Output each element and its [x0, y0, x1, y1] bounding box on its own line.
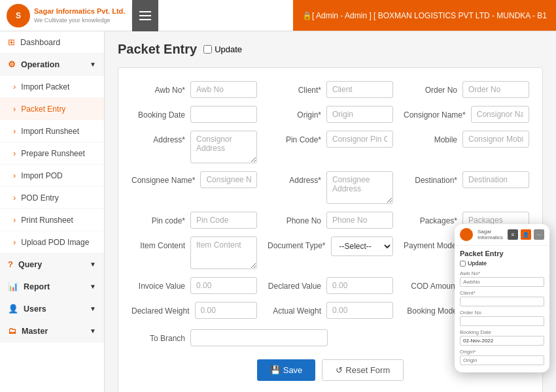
sidebar-label: Dashboard — [20, 38, 60, 47]
sidebar-item-query[interactable]: ? Query ▼ — [0, 253, 104, 276]
consignee-name-group: Consignee Name* — [131, 171, 257, 204]
mobile-update-checkbox[interactable]: Update — [460, 260, 544, 267]
origin-label: Origin* — [268, 106, 326, 120]
declared-weight-group: Declared Weight — [131, 302, 257, 321]
arrow-icon: › — [13, 104, 16, 114]
client-label: Client* — [268, 81, 326, 95]
hamburger-button[interactable] — [132, 0, 158, 31]
document-type-select[interactable]: --Select-- Document Non-Document — [331, 237, 394, 256]
update-label: Update — [215, 44, 242, 54]
sidebar-label: Report — [24, 282, 50, 291]
client-group: Client* — [268, 81, 393, 98]
packages-label: Packages* — [404, 212, 462, 225]
mobile-group: Mobile — [404, 131, 529, 163]
sidebar-item-upload-pod-image[interactable]: › Upload POD Image — [0, 231, 104, 253]
mobile-label: Mobile — [404, 131, 462, 144]
sidebar-item-dashboard[interactable]: ⊞ Dashboard — [0, 31, 104, 54]
declared-value-label: Declared Value — [268, 277, 326, 291]
arrow-icon: › — [13, 171, 16, 180]
reset-button[interactable]: ↺ Reset Form — [322, 359, 404, 381]
invoice-value-input[interactable] — [190, 277, 257, 294]
sidebar-item-users[interactable]: 👤 Users ▼ — [0, 298, 104, 320]
sidebar-item-print-runsheet[interactable]: › Print Runsheet — [0, 209, 104, 231]
sidebar-item-report[interactable]: 📊 Report ▼ — [0, 276, 104, 298]
pin-code-input[interactable] — [326, 131, 393, 148]
mobile-awb-input[interactable] — [460, 277, 544, 287]
mobile-more-icon[interactable]: ⋯ — [534, 229, 544, 240]
mobile-update-input[interactable] — [460, 261, 466, 267]
to-branch-label: To Branch — [131, 329, 190, 343]
logo-area: S Sagar Informatics Pvt. Ltd. We Cultiva… — [0, 4, 132, 27]
sidebar-label: Prepare Runsheet — [21, 149, 84, 158]
to-branch-input[interactable]: BOXMAN LOGISTICS P — [190, 329, 328, 346]
order-no-input[interactable] — [462, 81, 529, 98]
sidebar-item-master[interactable]: 🗂 Master ▼ — [0, 320, 104, 342]
sidebar-item-import-runsheet[interactable]: › Import Runsheet — [0, 120, 104, 142]
mobile-input[interactable] — [462, 131, 529, 148]
consignor-name-input[interactable] — [471, 106, 529, 123]
consignee-name-input[interactable] — [200, 171, 257, 188]
phone-no-label: Phone No — [268, 212, 326, 225]
sidebar-label: Import Packet — [21, 82, 69, 91]
form-row-4: Consignee Name* Address* Destination* — [131, 171, 529, 204]
sidebar-item-packet-entry[interactable]: › Packet Entry — [0, 98, 104, 120]
mobile-origin-input[interactable] — [460, 355, 544, 365]
order-no-group: Order No — [404, 81, 529, 98]
mobile-booking-input[interactable] — [460, 336, 544, 346]
arrow-icon: › — [13, 148, 16, 158]
update-checkbox-input[interactable] — [203, 45, 212, 54]
sidebar-label: Import Runsheet — [21, 127, 79, 136]
consignor-name-group: Consignor Name* — [404, 106, 529, 123]
sidebar-label: Query — [18, 260, 42, 269]
sidebar-item-pod-entry[interactable]: › POD Entry — [0, 187, 104, 209]
master-icon: 🗂 — [8, 326, 16, 336]
phone-no-input[interactable] — [326, 212, 393, 229]
destination-label: Destination* — [404, 171, 462, 185]
address-input[interactable] — [190, 131, 257, 163]
actual-weight-label: Actual Weight — [268, 302, 326, 316]
declared-value-input[interactable] — [326, 277, 393, 294]
arrow-icon: › — [13, 215, 16, 225]
mobile-origin-label: Origin* — [460, 349, 544, 355]
origin-group: Origin* — [268, 106, 393, 123]
awb-no-input[interactable] — [190, 81, 257, 98]
address-label: Address* — [131, 131, 190, 144]
sidebar-label: POD Entry — [21, 193, 58, 203]
actual-weight-input[interactable] — [326, 302, 393, 319]
consignee-name-label: Consignee Name* — [131, 171, 200, 185]
mobile-logo-text: Sagar Informatics — [478, 229, 505, 240]
client-input[interactable] — [326, 81, 393, 98]
mobile-awb-field: Awb No* — [460, 270, 544, 287]
page-header: Packet Entry Update — [118, 42, 543, 57]
sidebar-item-import-pod[interactable]: › Import POD — [0, 165, 104, 187]
mobile-menu-icon[interactable]: ≡ — [508, 229, 518, 240]
sidebar-item-prepare-runsheet[interactable]: › Prepare Runsheet — [0, 142, 104, 165]
destination-input[interactable] — [462, 171, 529, 188]
sidebar-item-operation[interactable]: ⚙ Operation ▼ — [0, 54, 104, 76]
save-button[interactable]: 💾 Save — [257, 359, 316, 381]
mobile-client-input[interactable] — [460, 297, 544, 306]
destination-group: Destination* — [404, 171, 529, 204]
lock-icon: 🔒 — [302, 11, 312, 20]
origin-input[interactable] — [326, 106, 393, 123]
booking-date-input[interactable]: 02-Nov-2022 — [190, 106, 257, 123]
update-checkbox-label[interactable]: Update — [203, 44, 242, 54]
sidebar-item-import-packet[interactable]: › Import Packet — [0, 76, 104, 98]
consignee-address-input[interactable] — [326, 171, 393, 204]
declared-weight-input[interactable] — [195, 302, 258, 319]
cod-amount-label: COD Amount — [404, 277, 462, 291]
mobile-order-input[interactable] — [460, 316, 544, 326]
logo-icon: S — [7, 4, 30, 27]
document-type-group: Document Type* --Select-- Document Non-D… — [268, 237, 393, 269]
declared-weight-label: Declared Weight — [131, 302, 195, 316]
hamburger-icon — [139, 11, 151, 20]
mobile-user-icon[interactable]: 👤 — [521, 229, 531, 240]
page-title: Packet Entry — [118, 42, 197, 57]
mobile-header: Sagar Informatics ≡ 👤 ⋯ — [455, 224, 549, 246]
pin-code-group: Pin Code* — [268, 131, 393, 163]
chevron-down-icon: ▼ — [90, 261, 96, 268]
consignee-pin-input[interactable] — [190, 212, 257, 229]
address-group: Address* — [131, 131, 257, 163]
mobile-header-buttons: ≡ 👤 ⋯ — [508, 229, 544, 240]
item-content-input[interactable] — [190, 237, 257, 269]
